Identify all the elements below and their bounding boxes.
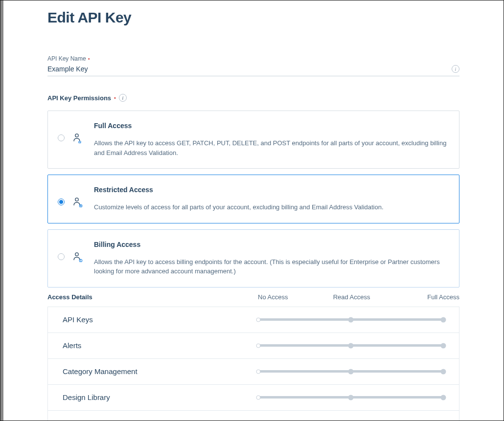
permission-desc: Allows the API key to access GET, PATCH,… [94, 138, 447, 157]
api-key-name-input[interactable] [47, 65, 452, 73]
info-icon[interactable]: i [452, 65, 459, 73]
permission-desc: Customize levels of access for all parts… [94, 202, 447, 212]
access-row: Email Activity [48, 411, 459, 421]
svg-point-2 [75, 198, 78, 201]
edit-api-key-panel: Edit API Key API Key Name • i API Key Pe… [3, 0, 504, 421]
permission-option[interactable]: Full Access Allows the API key to access… [47, 111, 459, 169]
permissions-label-text: API Key Permissions [47, 94, 111, 102]
radio[interactable] [58, 199, 65, 205]
access-row: Alerts [48, 333, 459, 359]
access-slider[interactable] [258, 396, 443, 399]
radio[interactable] [58, 134, 65, 141]
access-slider[interactable] [258, 318, 443, 321]
access-row-label: Email Activity [63, 419, 258, 421]
access-row-label: API Keys [63, 315, 258, 324]
permission-options: Full Access Allows the API key to access… [47, 111, 459, 288]
access-rows: API Keys Alerts Category Management Desi… [47, 307, 459, 421]
access-row: Design Library [48, 385, 459, 411]
api-key-name-row: i [47, 64, 459, 76]
access-row: API Keys [48, 307, 459, 333]
svg-text:$: $ [80, 259, 82, 262]
permission-icon: $ [72, 251, 83, 262]
access-slider[interactable] [258, 344, 443, 347]
svg-marker-1 [78, 141, 81, 143]
permission-title: Full Access [94, 122, 447, 130]
svg-point-4 [75, 252, 78, 255]
page-title: Edit API Key [47, 9, 459, 26]
permission-icon [72, 133, 83, 143]
access-row-label: Category Management [63, 367, 258, 376]
access-slider[interactable] [258, 370, 443, 373]
required-indicator: • [88, 56, 90, 62]
api-key-name-label-text: API Key Name [47, 55, 86, 62]
required-indicator: • [114, 95, 116, 101]
col-no-access: No Access [258, 293, 333, 301]
col-full-access: Full Access [408, 293, 459, 301]
permission-title: Restricted Access [94, 186, 447, 194]
col-read-access: Read Access [333, 293, 409, 301]
svg-point-0 [75, 134, 78, 137]
access-row: Category Management [48, 359, 459, 385]
access-details-header: Access Details No Access Read Access Ful… [47, 293, 459, 301]
access-details-title: Access Details [47, 293, 258, 301]
permissions-section-label: API Key Permissions• i [47, 94, 459, 102]
access-row-label: Alerts [63, 341, 258, 350]
permission-option[interactable]: Restricted Access Customize levels of ac… [47, 175, 459, 223]
permission-option[interactable]: $ Billing Access Allows the API key to a… [47, 229, 459, 288]
permission-title: Billing Access [94, 241, 447, 248]
info-icon[interactable]: i [119, 94, 127, 102]
radio[interactable] [58, 253, 65, 260]
permission-desc: Allows the API key to access billing end… [94, 257, 447, 276]
permission-icon [72, 197, 83, 207]
access-row-label: Design Library [63, 393, 258, 401]
api-key-name-label: API Key Name • [47, 55, 459, 62]
